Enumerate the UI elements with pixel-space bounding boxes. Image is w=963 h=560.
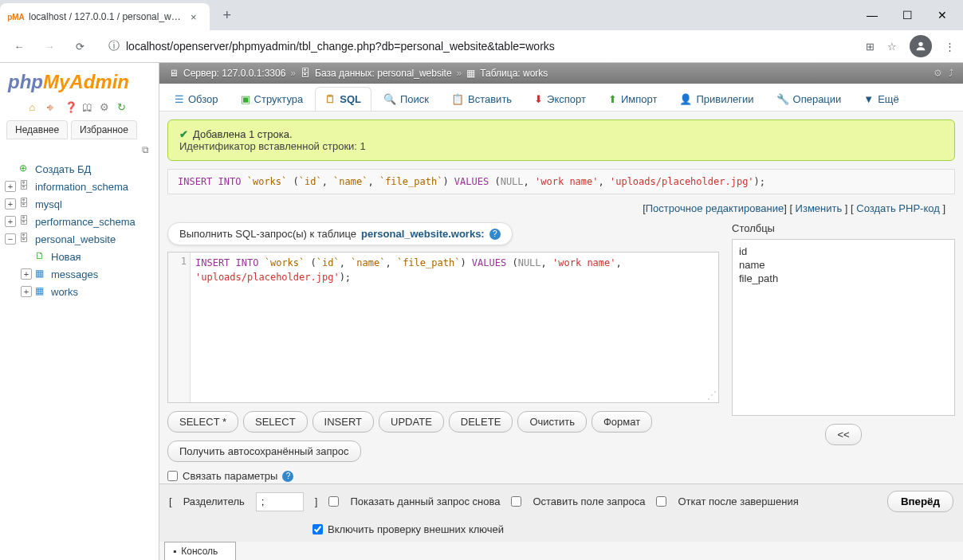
breadcrumb: 🖥 Сервер: 127.0.0.1:3306 » 🗄 База данных… xyxy=(159,63,963,84)
table-item[interactable]: + ▦ works xyxy=(3,283,155,300)
url-text: localhost/openserver/phpmyadmin/tbl_chan… xyxy=(126,40,555,53)
sql-section: Выполнить SQL-запрос(ы) к таблице person… xyxy=(167,222,955,484)
sidebar-icons: ⌂ ⎆ ❓ 🕮 ⚙ ↻ xyxy=(0,98,159,117)
link-icon[interactable]: ⧉ xyxy=(0,143,159,157)
column-item[interactable]: name xyxy=(739,258,948,272)
db-item[interactable]: + 🗄 information_schema xyxy=(3,178,155,195)
docs-icon[interactable]: ❓ xyxy=(65,101,77,114)
back-button[interactable]: ← xyxy=(8,35,30,57)
home-icon[interactable]: ⌂ xyxy=(29,101,42,114)
show-again-label: Показать данный запрос снова xyxy=(350,495,500,507)
expand-icon[interactable]: + xyxy=(21,268,32,280)
tab-import[interactable]: ⬆Импорт xyxy=(598,87,667,111)
sql-header: Выполнить SQL-запрос(ы) к таблице person… xyxy=(167,222,513,245)
clear-button[interactable]: Очистить xyxy=(517,411,587,433)
columns-label: Столбцы xyxy=(732,222,955,234)
sql-buttons: SELECT * SELECT INSERT UPDATE DELETE Очи… xyxy=(167,411,719,433)
help-icon[interactable]: ? xyxy=(489,229,501,240)
user-avatar[interactable] xyxy=(910,35,932,57)
db-item[interactable]: + 🗄 performance_schema xyxy=(3,213,155,230)
column-item[interactable]: file_path xyxy=(739,272,948,285)
tab-search[interactable]: 🔍Поиск xyxy=(373,87,439,111)
column-item[interactable]: id xyxy=(739,245,948,258)
console-icon: ▪ xyxy=(173,546,176,557)
breadcrumb-server[interactable]: Сервер: 127.0.0.1:3306 xyxy=(183,68,285,79)
breadcrumb-db[interactable]: База данных: personal_website xyxy=(315,68,452,79)
submit-button[interactable]: Вперёд xyxy=(887,491,953,512)
keep-query-checkbox[interactable] xyxy=(511,496,521,507)
tab-export[interactable]: ⬇Экспорт xyxy=(524,87,596,111)
insert-column-button[interactable]: << xyxy=(825,424,861,445)
show-again-checkbox[interactable] xyxy=(328,496,339,507)
update-button[interactable]: UPDATE xyxy=(379,411,444,433)
tab-operations[interactable]: 🔧Операции xyxy=(766,87,852,111)
autosave-button[interactable]: Получить автосохранённый запрос xyxy=(167,441,361,462)
delimiter-input[interactable] xyxy=(256,492,304,511)
breadcrumb-table[interactable]: Таблица: works xyxy=(480,68,548,79)
close-window-button[interactable]: ✕ xyxy=(934,9,950,22)
browser-tab[interactable]: pMA localhost / 127.0.0.1 / personal_w… … xyxy=(0,3,210,30)
nav-favorites[interactable]: Избранное xyxy=(71,120,137,139)
database-icon: 🗄 xyxy=(19,233,32,245)
collapse-icon[interactable]: − xyxy=(5,233,16,245)
tab-insert[interactable]: 📋Вставить xyxy=(441,87,522,111)
top-tabs: ☰Обзор ▣Структура 🗒SQL 🔍Поиск 📋Вставить … xyxy=(159,84,963,112)
select-star-button[interactable]: SELECT * xyxy=(167,411,238,433)
tab-browse[interactable]: ☰Обзор xyxy=(164,87,229,111)
forward-button[interactable]: → xyxy=(38,35,61,57)
database-icon: 🗄 xyxy=(19,180,32,193)
star-icon[interactable]: ☆ xyxy=(887,41,897,53)
fk-check-checkbox[interactable] xyxy=(312,524,323,535)
format-button[interactable]: Формат xyxy=(592,411,652,433)
nav-recent[interactable]: Недавнее xyxy=(6,120,68,139)
exit-icon[interactable]: ⎆ xyxy=(47,101,60,114)
tab-structure[interactable]: ▣Структура xyxy=(230,87,314,111)
insert-button[interactable]: INSERT xyxy=(312,411,374,433)
expand-icon[interactable]: + xyxy=(5,198,16,210)
console-toggle[interactable]: ▪ Консоль xyxy=(164,542,236,560)
delete-button[interactable]: DELETE xyxy=(449,411,513,433)
table-item[interactable]: + ▦ messages xyxy=(3,265,155,283)
new-table-item[interactable]: 🗋 Новая xyxy=(3,248,155,265)
close-icon[interactable]: × xyxy=(187,10,200,23)
url-field[interactable]: ⓘ localhost/openserver/phpmyadmin/tbl_ch… xyxy=(99,34,858,58)
menu-icon[interactable]: ⋮ xyxy=(945,41,955,53)
new-tab-button[interactable]: + xyxy=(216,4,238,26)
editor-text[interactable]: INSERT INTO `works` (`id`, `name`, `file… xyxy=(191,253,718,402)
sql-doc-icon[interactable]: 🕮 xyxy=(82,101,95,114)
expand-icon[interactable]: + xyxy=(5,216,16,227)
bind-params-checkbox[interactable] xyxy=(167,471,178,481)
gear-icon[interactable]: ⚙ xyxy=(934,68,942,79)
tab-bar: pMA localhost / 127.0.0.1 / personal_w… … xyxy=(0,0,963,30)
columns-list[interactable]: id name file_path xyxy=(732,239,955,416)
maximize-button[interactable]: ☐ xyxy=(899,9,915,22)
reload-button[interactable]: ⟳ xyxy=(69,35,91,57)
edit-link[interactable]: Изменить xyxy=(796,202,843,214)
columns-panel: Столбцы id name file_path << xyxy=(732,222,955,484)
tab-privileges[interactable]: 👤Привилегии xyxy=(669,87,764,111)
expand-icon[interactable]: + xyxy=(21,286,32,297)
create-db-item[interactable]: ⊕ Создать БД xyxy=(3,160,155,178)
settings-icon[interactable]: ⚙ xyxy=(100,101,112,114)
translate-icon[interactable]: ⊞ xyxy=(866,41,875,53)
db-item[interactable]: + 🗄 mysql xyxy=(3,195,155,213)
inline-edit-link[interactable]: Построчное редактирование xyxy=(646,202,784,214)
logo[interactable]: phpMyAdmin xyxy=(0,66,159,98)
browser-actions: ⊞ ☆ ⋮ xyxy=(866,35,955,57)
sql-editor[interactable]: 1 INSERT INTO `works` (`id`, `name`, `fi… xyxy=(167,252,719,403)
fk-check-label: Включить проверку внешних ключей xyxy=(328,523,504,535)
server-icon: 🖥 xyxy=(169,68,179,79)
reload-icon[interactable]: ↻ xyxy=(117,101,130,114)
db-item-expanded[interactable]: − 🗄 personal_website xyxy=(3,230,155,248)
database-icon: 🗄 xyxy=(301,68,310,79)
create-php-link[interactable]: Создать PHP-код xyxy=(856,202,939,214)
rollback-checkbox[interactable] xyxy=(656,496,666,507)
resize-handle[interactable]: ⋰ xyxy=(707,390,717,401)
up-icon[interactable]: ⤴ xyxy=(949,68,953,79)
tab-more[interactable]: ▼Ещё xyxy=(853,87,909,111)
help-icon[interactable]: ? xyxy=(282,471,293,482)
tab-sql[interactable]: 🗒SQL xyxy=(315,87,371,111)
minimize-button[interactable]: — xyxy=(864,9,880,22)
select-button[interactable]: SELECT xyxy=(243,411,308,433)
expand-icon[interactable]: + xyxy=(5,181,16,192)
